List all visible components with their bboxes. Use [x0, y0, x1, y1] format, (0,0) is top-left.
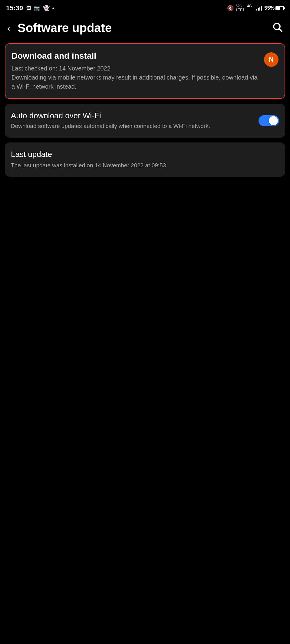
header: ‹ Software update [0, 15, 290, 41]
status-time: 15:39 [6, 4, 23, 12]
auto-download-subtitle: Download software updates automatically … [11, 122, 254, 130]
download-install-subtitle: Last checked on: 14 November 2022 Downlo… [12, 64, 259, 91]
svg-line-1 [279, 29, 282, 31]
snapchat-icon: 👻 [43, 5, 50, 11]
last-update-card[interactable]: Last update The last update was installe… [5, 142, 285, 177]
content-area: Download and install Last checked on: 14… [0, 41, 290, 179]
download-install-content: Download and install Last checked on: 14… [12, 51, 264, 91]
auto-download-item[interactable]: Auto download over Wi-Fi Download softwa… [5, 104, 285, 138]
photo-icon: 🖼 [26, 5, 31, 11]
signal-icon [256, 6, 262, 11]
toggle-knob [269, 116, 278, 125]
dot-icon: ● [52, 6, 54, 10]
download-install-title: Download and install [12, 51, 259, 61]
search-button[interactable] [272, 21, 283, 35]
header-left: ‹ Software update [5, 21, 112, 35]
back-button[interactable]: ‹ [5, 22, 13, 34]
battery-indicator: 55% [264, 5, 284, 11]
page-title: Software update [18, 21, 112, 35]
status-notification-icons: 🖼 📷 👻 ● [26, 5, 54, 11]
network-speed-text: 4G+ ↓ [247, 4, 254, 12]
status-bar-left: 15:39 🖼 📷 👻 ● [6, 4, 54, 12]
instagram-icon: 📷 [34, 5, 41, 11]
status-bar-right: 🔇 Vo) LTE1 4G+ ↓ 55% [227, 4, 284, 12]
status-bar: 15:39 🖼 📷 👻 ● 🔇 Vo) LTE1 4G+ ↓ 55% [0, 0, 290, 15]
mute-icon: 🔇 [227, 5, 234, 11]
volte-text: Vo) LTE1 [236, 4, 245, 12]
last-update-title: Last update [11, 150, 279, 159]
download-install-card[interactable]: Download and install Last checked on: 14… [5, 43, 285, 99]
search-icon [272, 21, 283, 32]
battery-percent: 55% [264, 5, 275, 11]
auto-download-card: Auto download over Wi-Fi Download softwa… [5, 104, 285, 138]
auto-download-title: Auto download over Wi-Fi [11, 111, 254, 120]
last-update-subtitle: The last update was installed on 14 Nove… [11, 162, 279, 170]
auto-download-toggle[interactable] [259, 115, 279, 126]
auto-download-text: Auto download over Wi-Fi Download softwa… [11, 111, 254, 130]
battery-icon [275, 6, 284, 10]
notification-badge: N [264, 52, 278, 67]
